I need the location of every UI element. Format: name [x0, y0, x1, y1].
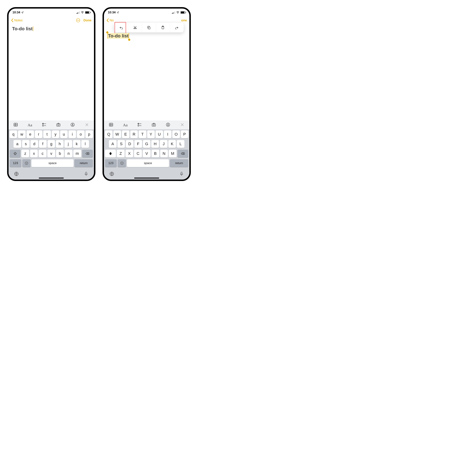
key-r[interactable]: R	[130, 130, 138, 138]
key-f[interactable]: f	[39, 140, 47, 148]
close-icon[interactable]	[180, 122, 185, 128]
markup-icon[interactable]	[70, 122, 75, 128]
key-j[interactable]: J	[160, 140, 167, 148]
key-u[interactable]: u	[60, 130, 68, 138]
selection-handle-end[interactable]	[128, 39, 130, 41]
selected-text[interactable]: To-do list	[108, 33, 129, 39]
svg-point-12	[26, 163, 26, 163]
note-title[interactable]: To-do list	[108, 33, 129, 39]
note-body[interactable]: To-do list	[9, 24, 94, 121]
key-u[interactable]: U	[156, 130, 163, 138]
key-m[interactable]: m	[73, 150, 81, 157]
key-l[interactable]: l	[81, 140, 89, 148]
key-y[interactable]: Y	[147, 130, 155, 138]
table-icon[interactable]	[109, 122, 113, 128]
key-n[interactable]: n	[65, 150, 73, 157]
key-i[interactable]: I	[164, 130, 171, 138]
key-x[interactable]: X	[126, 150, 133, 157]
back-button[interactable]: No	[106, 18, 114, 22]
back-button[interactable]: Notes	[11, 18, 23, 22]
close-icon[interactable]	[84, 122, 89, 128]
markup-icon[interactable]	[166, 122, 170, 128]
camera-icon[interactable]	[56, 122, 61, 128]
home-indicator[interactable]	[39, 178, 64, 178]
numbers-key[interactable]: 123	[10, 159, 21, 167]
key-t[interactable]: t	[43, 130, 51, 138]
key-m[interactable]: M	[169, 150, 177, 157]
backspace-key[interactable]	[178, 150, 188, 157]
key-q[interactable]: q	[10, 130, 17, 138]
key-v[interactable]: V	[143, 150, 151, 157]
nav-bar: Notes Done	[9, 17, 94, 24]
home-indicator[interactable]	[134, 178, 159, 178]
note-body[interactable]: To-do list	[104, 24, 189, 121]
key-g[interactable]: G	[143, 140, 151, 148]
backspace-key[interactable]	[82, 150, 93, 157]
key-h[interactable]: H	[151, 140, 159, 148]
numbers-key[interactable]: 123	[105, 159, 117, 167]
key-a[interactable]: a	[14, 140, 21, 148]
key-g[interactable]: g	[48, 140, 55, 148]
table-icon[interactable]	[13, 122, 18, 128]
key-k[interactable]: k	[73, 140, 81, 148]
key-v[interactable]: v	[47, 150, 55, 157]
key-z[interactable]: z	[21, 150, 29, 157]
key-s[interactable]: S	[117, 140, 125, 148]
key-o[interactable]: O	[172, 130, 180, 138]
key-e[interactable]: e	[27, 130, 34, 138]
shift-key[interactable]	[105, 150, 116, 157]
key-w[interactable]: W	[113, 130, 121, 138]
emoji-key[interactable]	[118, 159, 126, 167]
globe-icon[interactable]	[109, 171, 114, 177]
key-t[interactable]: T	[139, 130, 146, 138]
key-q[interactable]: Q	[105, 130, 113, 138]
key-r[interactable]: r	[35, 130, 42, 138]
key-o[interactable]: o	[77, 130, 84, 138]
key-p[interactable]: P	[181, 130, 188, 138]
key-s[interactable]: s	[22, 140, 30, 148]
globe-icon[interactable]	[14, 171, 19, 177]
key-c[interactable]: c	[39, 150, 47, 157]
done-button[interactable]: Done	[83, 18, 92, 22]
key-y[interactable]: y	[52, 130, 59, 138]
keyboard: Q W E R T Y U I O P A S D F G H J K L Z …	[104, 129, 189, 169]
key-k[interactable]: K	[168, 140, 176, 148]
space-key[interactable]: space	[32, 159, 74, 167]
key-d[interactable]: d	[31, 140, 38, 148]
key-b[interactable]: b	[56, 150, 64, 157]
mic-icon[interactable]	[84, 171, 89, 177]
key-e[interactable]: E	[122, 130, 129, 138]
key-l[interactable]: L	[177, 140, 184, 148]
camera-icon[interactable]	[151, 122, 156, 128]
key-n[interactable]: N	[160, 150, 168, 157]
key-a[interactable]: A	[109, 140, 117, 148]
more-icon[interactable]	[76, 18, 80, 22]
svg-point-4	[79, 20, 79, 20]
key-d[interactable]: D	[126, 140, 133, 148]
return-key[interactable]: return	[170, 159, 188, 167]
key-i[interactable]: i	[68, 130, 76, 138]
shift-key[interactable]	[10, 150, 20, 157]
text-format-icon[interactable]: Aa	[28, 123, 32, 127]
return-key[interactable]: return	[74, 159, 93, 167]
space-key[interactable]: space	[127, 159, 169, 167]
note-title[interactable]: To-do list	[12, 26, 32, 32]
emoji-key[interactable]	[22, 159, 31, 167]
key-w[interactable]: w	[18, 130, 25, 138]
text-format-icon[interactable]: Aa	[123, 123, 128, 127]
checklist-icon[interactable]	[42, 122, 47, 128]
done-button-partial[interactable]: one	[181, 18, 187, 22]
key-f[interactable]: F	[134, 140, 142, 148]
mic-icon[interactable]	[179, 171, 184, 177]
key-x[interactable]: x	[30, 150, 38, 157]
checklist-icon[interactable]	[137, 122, 142, 128]
status-right	[172, 11, 185, 14]
location-icon	[21, 11, 24, 14]
key-h[interactable]: h	[56, 140, 64, 148]
key-p[interactable]: p	[85, 130, 93, 138]
key-b[interactable]: B	[151, 150, 159, 157]
key-c[interactable]: C	[134, 150, 142, 157]
key-j[interactable]: j	[65, 140, 72, 148]
chevron-left-icon	[11, 18, 14, 22]
key-z[interactable]: Z	[117, 150, 125, 157]
